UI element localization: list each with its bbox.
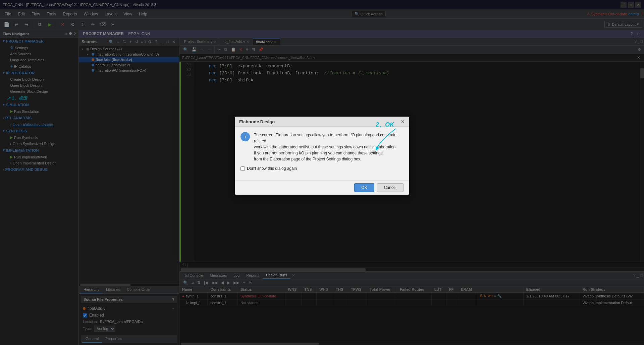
dialog-ok-button[interactable]: OK: [354, 183, 374, 192]
dialog-cancel-button[interactable]: Cancel: [377, 183, 404, 192]
dont-show-checkbox[interactable]: [240, 166, 245, 171]
dialog-info-icon: i: [240, 132, 250, 141]
dialog-body: i The current Elaboration settings allow…: [235, 127, 409, 180]
dialog-info-section: i The current Elaboration settings allow…: [240, 132, 404, 162]
dialog-close-button[interactable]: ✕: [401, 119, 405, 124]
elaborate-design-dialog: Elaborate Design ✕ i The current Elabora…: [235, 117, 409, 195]
dialog-message: The current Elaboration settings allow y…: [254, 132, 404, 162]
dialog-overlay: 2、OK Elaborate Design ✕ i The current El…: [0, 0, 644, 345]
dialog-checkbox-row: Don't show this dialog again: [240, 166, 404, 171]
dialog-footer: OK Cancel: [235, 180, 409, 195]
dialog-header: Elaborate Design ✕: [235, 117, 409, 127]
dont-show-label: Don't show this dialog again: [247, 166, 297, 171]
dialog-title: Elaborate Design: [239, 119, 275, 124]
